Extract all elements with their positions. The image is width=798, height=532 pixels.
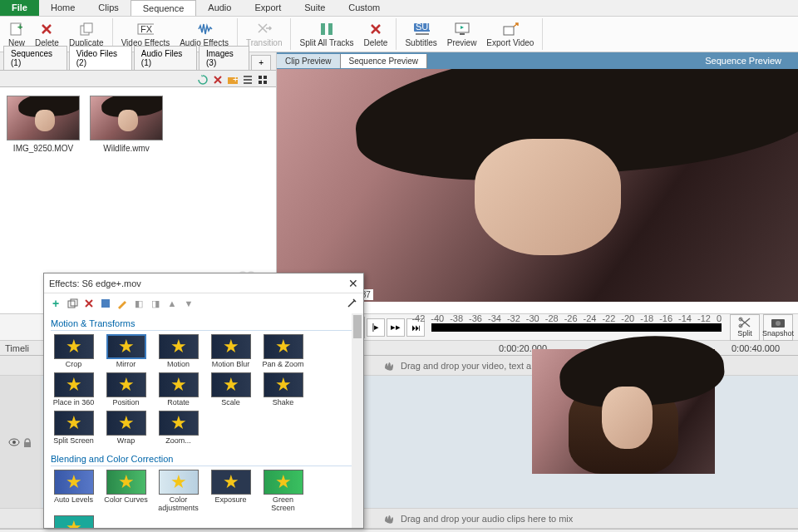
wand-icon[interactable] [345,297,358,310]
menu-suite[interactable]: Suite [293,0,337,16]
preview-title: Sequence Preview [705,56,781,66]
main-panes: Sequences (1) Video Files (2) Audio File… [0,52,798,302]
menu-custom[interactable]: Custom [337,0,392,16]
effect-label: Pan & Zoom [262,361,303,369]
eye-icon[interactable] [8,436,20,448]
effect-thumb: ★ [54,334,94,359]
effect-thumb: ★ [264,470,303,495]
star-icon: ★ [223,471,239,493]
x-icon [38,21,55,37]
tab-sequence-preview[interactable]: Sequence Preview [341,54,427,68]
menu-export[interactable]: Export [243,0,293,16]
edit-effect-icon[interactable] [116,297,129,310]
effects-panel: Effects: S6 edge+.mov ✕ + ◧ ◨ ▲ ▼ Motion… [43,273,364,529]
svg-rect-19 [264,81,267,84]
effect-motion-blur[interactable]: ★Motion Blur [208,334,254,369]
split-tool[interactable]: Split [730,314,760,341]
tab-audio-files[interactable]: Audio Files (1) [134,46,197,70]
menu-home[interactable]: Home [39,0,86,16]
close-icon[interactable]: ✕ [348,277,358,290]
svg-rect-31 [71,299,77,306]
down-icon[interactable]: ▼ [182,297,195,310]
tab-sequences[interactable]: Sequences (1) [3,46,67,70]
menu-file[interactable]: File [0,0,39,16]
fx-icon: FX [137,21,154,37]
add-effect-icon[interactable]: + [49,297,62,310]
menu-audio[interactable]: Audio [196,0,243,16]
effect-label: Color adjustments [155,496,201,513]
export-video-button[interactable]: Export Video [481,18,539,50]
preview-button[interactable]: Preview [442,18,482,50]
effect-exposure[interactable]: ★Exposure [208,470,254,513]
plus-icon: + [8,21,25,37]
effect-place-in-360[interactable]: ★Place in 360 [51,372,96,407]
timeline-label: Timeli [5,343,29,353]
effect-auto-levels[interactable]: ★Auto Levels [51,470,96,513]
menu-clips[interactable]: Clips [86,0,130,16]
effect-crop[interactable]: ★Crop [51,334,96,369]
effect-zoom-[interactable]: ★Zoom... [155,411,201,446]
ruler-tick: 0:00:40.000 [732,343,780,353]
effect-wrap[interactable]: ★Wrap [103,411,149,446]
add-folder-icon[interactable]: + [226,73,239,86]
effect-label: Motion [167,361,190,369]
camera-icon [771,317,786,328]
lock-icon[interactable] [22,436,33,448]
disabled-icon: ◧ [132,297,145,310]
effects-title: Effects: S6 edge+.mov [49,278,141,288]
effect-position[interactable]: ★Position [103,372,149,407]
effect-shake[interactable]: ★Shake [260,372,306,407]
effect-hue[interactable]: ★Hue [51,515,96,528]
tab-video-files[interactable]: Video Files (2) [69,46,132,70]
grid-icon[interactable] [256,73,269,86]
scrollbar[interactable] [352,313,363,528]
audio-fx-icon [196,21,213,37]
media-thumb[interactable]: IMG_9250.MOV [7,96,80,153]
up-icon[interactable]: ▲ [165,297,179,310]
effect-color-curves[interactable]: ★Color Curves [103,470,149,513]
delete2-button[interactable]: Delete [359,18,393,50]
step-fwd-button[interactable]: |▸ [367,318,385,337]
effect-motion[interactable]: ★Motion [155,334,201,369]
effect-thumb: ★ [211,372,251,397]
save-effect-icon[interactable] [99,297,112,310]
scissors-icon [738,317,751,328]
preview-tabs: Clip Preview Sequence Preview Sequence P… [277,52,798,69]
subtitles-icon: SUB [413,21,430,37]
tab-add[interactable]: + [251,55,271,70]
effects-title-bar[interactable]: Effects: S6 edge+.mov ✕ [44,273,363,293]
effect-thumb: ★ [211,334,251,359]
snapshot-tool[interactable]: Snapshot [763,314,793,341]
remove-icon[interactable] [211,73,224,86]
timeline-clip[interactable] [532,349,715,474]
star-icon: ★ [170,336,187,357]
scroll-thumb[interactable] [353,315,362,338]
section-color: Blending and Color Correction [51,451,357,466]
effect-color-adjustments[interactable]: ★Color adjustments [155,470,201,513]
effect-green-screen[interactable]: ★Green Screen [260,470,306,513]
effect-mirror[interactable]: ★Mirror [103,334,149,369]
track-head[interactable] [0,376,42,508]
effect-scale[interactable]: ★Scale [208,372,254,407]
list-icon[interactable] [241,73,254,86]
effect-thumb: ★ [159,372,199,397]
thumbnail-label: IMG_9250.MOV [13,144,73,153]
split-all-button[interactable]: Split All Tracks [294,18,358,50]
copy-effect-icon[interactable] [66,297,79,310]
tab-clip-preview[interactable]: Clip Preview [277,54,341,68]
effect-rotate[interactable]: ★Rotate [155,372,201,407]
menu-sequence[interactable]: Sequence [131,0,197,16]
tab-images[interactable]: Images (3) [199,46,249,70]
preview-canvas[interactable] [277,69,798,302]
next-frame-button[interactable]: ▸▸ [387,318,405,337]
delete-effect-icon[interactable] [82,297,96,310]
effect-pan-zoom[interactable]: ★Pan & Zoom [260,334,306,369]
svg-rect-16 [259,76,262,79]
media-thumb[interactable]: Wildlife.wmv [90,96,163,153]
section-motion: Motion & Transforms [51,315,357,331]
effects-grid-color: ★Auto Levels★Color Curves★Color adjustme… [51,470,357,528]
star-icon: ★ [66,336,82,357]
subtitles-button[interactable]: SUB Subtitles [400,18,441,50]
refresh-icon[interactable] [196,73,209,86]
effect-split-screen[interactable]: ★Split Screen [51,411,96,446]
